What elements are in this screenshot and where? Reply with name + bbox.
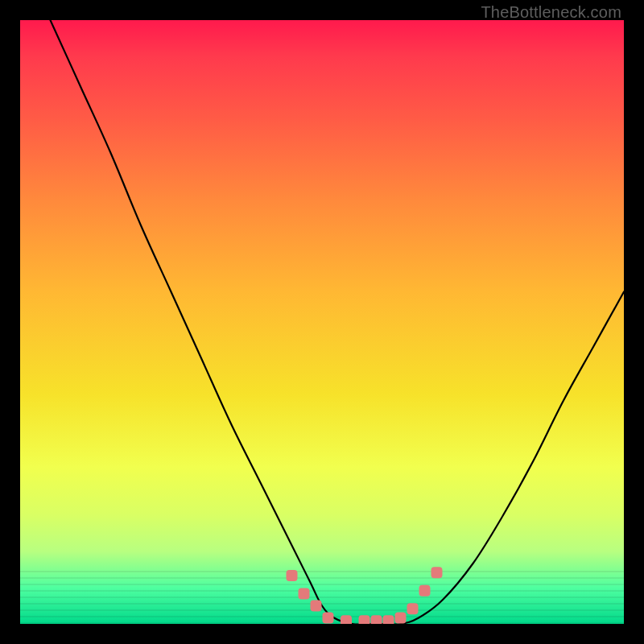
trough-marker: [431, 567, 443, 578]
trough-marker: [323, 613, 334, 624]
trough-markers: [287, 567, 443, 624]
trough-marker: [419, 585, 431, 597]
trough-marker: [299, 588, 310, 600]
trough-marker: [359, 615, 370, 624]
chart-frame: [20, 20, 624, 624]
bottleneck-curve: [51, 20, 625, 624]
trough-marker: [407, 603, 419, 614]
trough-marker: [395, 613, 407, 624]
trough-marker: [341, 615, 352, 624]
trough-marker: [311, 601, 322, 612]
watermark-text: TheBottleneck.com: [481, 3, 621, 22]
trough-marker: [287, 570, 298, 581]
chart-svg: [20, 20, 624, 624]
trough-marker: [371, 615, 382, 624]
trough-marker: [383, 615, 394, 624]
